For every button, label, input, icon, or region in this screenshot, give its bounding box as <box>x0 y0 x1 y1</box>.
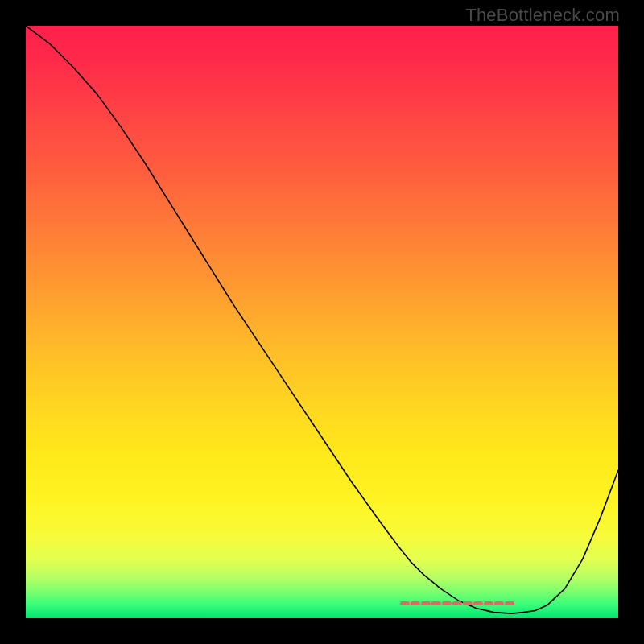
gradient-background <box>26 26 618 618</box>
plot-area <box>26 26 618 618</box>
chart-container: TheBottleneck.com <box>0 0 644 644</box>
chart-svg <box>26 26 618 618</box>
watermark-text: TheBottleneck.com <box>465 5 620 26</box>
